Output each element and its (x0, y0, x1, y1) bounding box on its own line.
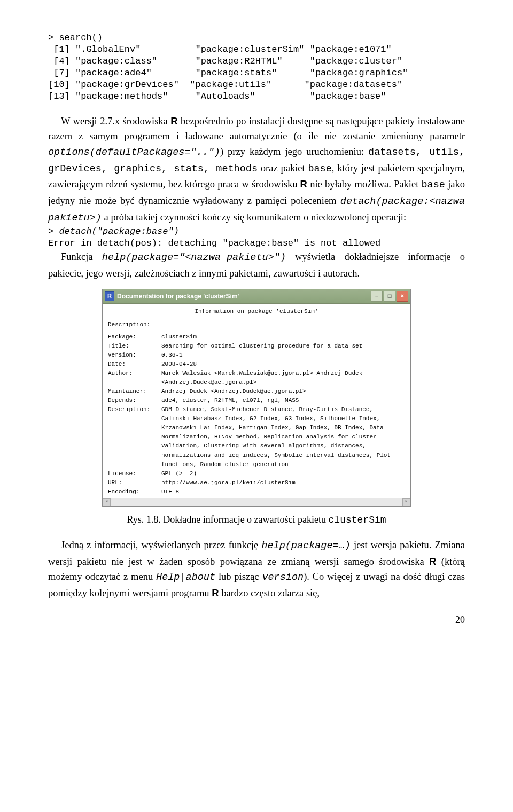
text: Rys. 1.8. Dokładne informacje o zawartoś… (127, 514, 328, 525)
field-value: ade4, cluster, R2HTML, e1071, rgl, MASS (161, 396, 405, 405)
paragraph-1: W wersji 2.7.x środowiska R bezpośrednio… (48, 114, 465, 226)
field-value: 2008-04-28 (161, 360, 405, 369)
table-row: Description:GDM Distance, Sokal-Michener… (108, 405, 405, 469)
r-logo: R (300, 178, 307, 190)
paragraph-2: Funkcja help(package="<nazwa_pakietu>") … (48, 249, 465, 281)
table-row: Encoding:UTF-8 (108, 487, 405, 496)
field-value: Searching for optimal clustering procedu… (161, 342, 405, 351)
table-row: URL:http://www.ae.jgora.pl/keii/clusterS… (108, 478, 405, 487)
field-key: Package: (108, 333, 161, 342)
field-key: Author: (108, 369, 161, 387)
code-inline: base (308, 163, 331, 175)
code-inline: base (422, 179, 445, 191)
r-logo: R (170, 115, 177, 127)
r-logo: R (429, 556, 436, 567)
text: ) przy każdym jego uruchomieniu: (220, 146, 368, 157)
text: lub pisząc (215, 571, 262, 582)
field-key: Maintainer: (108, 387, 161, 396)
maximize-button[interactable]: □ (384, 291, 395, 302)
field-key: License: (108, 469, 161, 478)
page-number: 20 (48, 613, 465, 628)
description-label: Description: (108, 320, 405, 329)
field-value: UTF-8 (161, 487, 405, 496)
table-row: Title:Searching for optimal clustering p… (108, 342, 405, 351)
r-logo: R (212, 587, 219, 598)
text: Funkcja (61, 251, 102, 262)
field-key: Version: (108, 351, 161, 360)
window-title: Documentation for package 'clusterSim' (117, 291, 239, 302)
table-row: License:GPL (>= 2) (108, 469, 405, 478)
code-inline: version (262, 572, 304, 583)
horizontal-scrollbar[interactable]: ◂ ▸ (103, 498, 410, 506)
field-key: Date: (108, 360, 161, 369)
field-key: Encoding: (108, 487, 161, 496)
paragraph-3: Jedną z informacji, wyświetlanych przez … (48, 538, 465, 601)
code-inline: help(package=…) (261, 540, 351, 551)
field-key: Depends: (108, 396, 161, 405)
table-row: Author:Marek Walesiak <Marek.Walesiak@ae… (108, 369, 405, 387)
field-key: Description: (108, 405, 161, 469)
field-key: URL: (108, 478, 161, 487)
info-heading: Information on package 'clusterSim' (108, 307, 405, 316)
table-row: Date:2008-04-28 (108, 360, 405, 369)
field-value: Marek Walesiak <Marek.Walesiak@ae.jgora.… (161, 369, 405, 387)
text: a próba takiej czynności kończy się komu… (102, 212, 406, 223)
code-inline: options(defaultPackages="..") (48, 147, 220, 158)
code-inline: help(package="<nazwa_pakietu>") (102, 252, 286, 263)
code-inline: clusterSim (329, 515, 386, 525)
table-row: Maintainer:Andrzej Dudek <Andrzej.Dudek@… (108, 387, 405, 396)
window-body: Information on package 'clusterSim' Desc… (103, 304, 410, 498)
figure-window: R Documentation for package 'clusterSim'… (48, 289, 465, 507)
text: oraz pakiet (258, 163, 308, 174)
code-detach-cmd: > detach("package:base") Error in detach… (48, 226, 465, 249)
field-key: Title: (108, 342, 161, 351)
field-value: GPL (>= 2) (161, 469, 405, 478)
text: Jedną z informacji, wyświetlanych przez … (61, 540, 261, 550)
field-value: GDM Distance, Sokal-Michener Distance, B… (161, 405, 405, 469)
window-controls: – □ × (371, 291, 408, 302)
field-value: clusterSim (161, 333, 405, 342)
minimize-button[interactable]: – (371, 291, 383, 302)
code-line: Error in detach(pos): detaching "package… (48, 238, 380, 248)
field-value: 0.36-1 (161, 351, 405, 360)
close-button[interactable]: × (397, 291, 408, 302)
figure-caption: Rys. 1.8. Dokładne informacje o zawartoś… (48, 513, 465, 528)
scroll-left-button[interactable]: ◂ (103, 498, 111, 506)
code-line: > detach("package:base") (48, 226, 179, 236)
table-row: Package:clusterSim (108, 333, 405, 342)
code-inline: Help|about (156, 572, 215, 583)
r-app-icon: R (105, 291, 114, 301)
description-table: Package:clusterSimTitle:Searching for op… (108, 333, 405, 496)
table-row: Depends:ade4, cluster, R2HTML, e1071, rg… (108, 396, 405, 405)
titlebar: R Documentation for package 'clusterSim'… (103, 289, 410, 304)
code-search-output: > search() [1] ".GlobalEnv" "package:clu… (48, 32, 465, 103)
text: bardzo często zdarza się, (219, 588, 320, 598)
field-value: http://www.ae.jgora.pl/keii/clusterSim (161, 478, 405, 487)
scroll-right-button[interactable]: ▸ (402, 498, 410, 506)
text: W wersji 2.7.x środowiska (61, 116, 170, 127)
help-window: R Documentation for package 'clusterSim'… (102, 289, 411, 507)
field-value: Andrzej Dudek <Andrzej.Dudek@ae.jgora.pl… (161, 387, 405, 396)
table-row: Version:0.36-1 (108, 351, 405, 360)
text: nie byłaby możliwa. Pakiet (307, 179, 422, 190)
